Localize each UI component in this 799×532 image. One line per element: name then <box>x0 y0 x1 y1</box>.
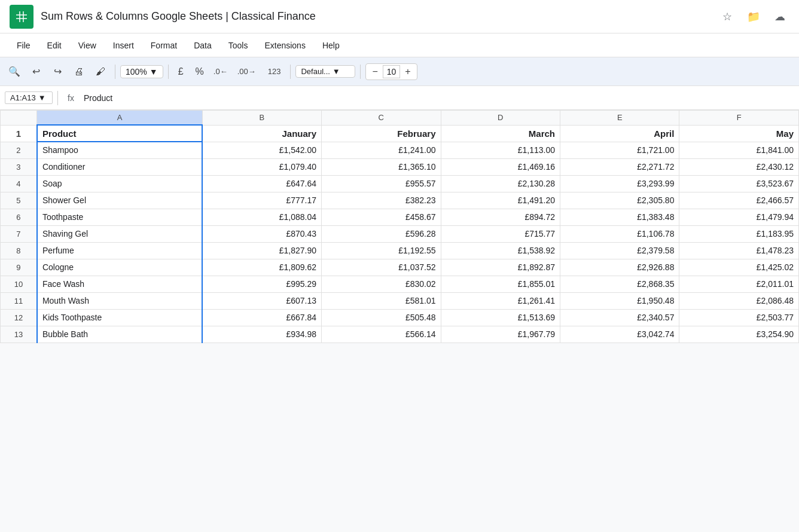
cell-3-4[interactable]: £2,271.72 <box>560 158 679 175</box>
col-header-B[interactable]: B <box>202 111 321 126</box>
cloud-icon[interactable]: ☁ <box>770 7 789 26</box>
cell-1-0[interactable]: Product <box>37 125 202 142</box>
font-selector[interactable]: Defaul... ▼ <box>295 65 355 78</box>
cell-6-3[interactable]: £894.72 <box>441 209 560 225</box>
cell-2-4[interactable]: £1,721.00 <box>560 142 679 158</box>
cell-11-1[interactable]: £607.13 <box>202 292 321 309</box>
cell-10-4[interactable]: £2,868.35 <box>560 276 679 292</box>
cell-9-5[interactable]: £1,425.02 <box>679 259 799 276</box>
col-header-A[interactable]: A <box>37 111 202 126</box>
cell-13-0[interactable]: Bubble Bath <box>37 326 202 343</box>
star-icon[interactable]: ☆ <box>718 7 737 26</box>
cell-4-4[interactable]: £3,293.99 <box>560 175 679 192</box>
cell-12-5[interactable]: £2,503.77 <box>679 309 799 326</box>
cell-5-5[interactable]: £2,466.57 <box>679 192 799 209</box>
row-num-5[interactable]: 5 <box>1 192 37 209</box>
row-num-8[interactable]: 8 <box>1 242 37 259</box>
cell-4-3[interactable]: £2,130.28 <box>441 175 560 192</box>
cell-3-3[interactable]: £1,469.16 <box>441 158 560 175</box>
percent-button[interactable]: % <box>191 64 209 80</box>
cell-3-5[interactable]: £2,430.12 <box>679 158 799 175</box>
cell-4-0[interactable]: Soap <box>37 175 202 192</box>
paint-format-button[interactable]: 🖌 <box>91 62 110 81</box>
cell-11-0[interactable]: Mouth Wash <box>37 292 202 309</box>
cell-11-3[interactable]: £1,261.41 <box>441 292 560 309</box>
cell-2-1[interactable]: £1,542.00 <box>202 142 321 158</box>
cell-7-3[interactable]: £715.77 <box>441 225 560 242</box>
cell-13-2[interactable]: £566.14 <box>322 326 441 343</box>
currency-button[interactable]: £ <box>173 64 188 80</box>
cell-13-3[interactable]: £1,967.79 <box>441 326 560 343</box>
cell-5-3[interactable]: £1,491.20 <box>441 192 560 209</box>
menu-insert[interactable]: Insert <box>106 38 141 53</box>
redo-button[interactable]: ↪ <box>48 62 67 81</box>
cell-4-5[interactable]: £3,523.67 <box>679 175 799 192</box>
cell-7-4[interactable]: £1,106.78 <box>560 225 679 242</box>
col-header-C[interactable]: C <box>322 111 441 126</box>
cell-5-4[interactable]: £2,305.80 <box>560 192 679 209</box>
cell-8-1[interactable]: £1,827.90 <box>202 242 321 259</box>
cell-10-0[interactable]: Face Wash <box>37 276 202 292</box>
search-button[interactable]: 🔍 <box>5 62 24 81</box>
cell-1-5[interactable]: May <box>679 125 799 142</box>
decimal-dec-button[interactable]: .0← <box>211 66 230 77</box>
cell-9-2[interactable]: £1,037.52 <box>322 259 441 276</box>
cell-5-1[interactable]: £777.17 <box>202 192 321 209</box>
cell-2-2[interactable]: £1,241.00 <box>322 142 441 158</box>
row-num-7[interactable]: 7 <box>1 225 37 242</box>
row-num-4[interactable]: 4 <box>1 175 37 192</box>
undo-button[interactable]: ↩ <box>26 62 45 81</box>
cell-9-0[interactable]: Cologne <box>37 259 202 276</box>
row-num-12[interactable]: 12 <box>1 309 37 326</box>
cell-5-0[interactable]: Shower Gel <box>37 192 202 209</box>
cell-8-2[interactable]: £1,192.55 <box>322 242 441 259</box>
cell-11-4[interactable]: £1,950.48 <box>560 292 679 309</box>
cell-6-5[interactable]: £1,479.94 <box>679 209 799 225</box>
row-num-3[interactable]: 3 <box>1 158 37 175</box>
cell-13-4[interactable]: £3,042.74 <box>560 326 679 343</box>
menu-data[interactable]: Data <box>187 38 219 53</box>
zoom-control[interactable]: 100% ▼ <box>120 65 163 78</box>
cell-12-0[interactable]: Kids Toothpaste <box>37 309 202 326</box>
cell-4-1[interactable]: £647.64 <box>202 175 321 192</box>
menu-format[interactable]: Format <box>144 38 184 53</box>
cell-12-1[interactable]: £667.84 <box>202 309 321 326</box>
print-button[interactable]: 🖨 <box>69 62 89 81</box>
menu-help[interactable]: Help <box>315 38 347 53</box>
folder-icon[interactable]: 📁 <box>744 7 763 26</box>
font-size-increase-button[interactable]: + <box>402 66 413 77</box>
row-num-9[interactable]: 9 <box>1 259 37 276</box>
cell-11-2[interactable]: £581.01 <box>322 292 441 309</box>
cell-3-0[interactable]: Conditioner <box>37 158 202 175</box>
cell-12-2[interactable]: £505.48 <box>322 309 441 326</box>
cell-7-0[interactable]: Shaving Gel <box>37 225 202 242</box>
cell-8-5[interactable]: £1,478.23 <box>679 242 799 259</box>
cell-1-2[interactable]: February <box>322 125 441 142</box>
cell-7-2[interactable]: £596.28 <box>322 225 441 242</box>
menu-edit[interactable]: Edit <box>40 38 69 53</box>
cell-5-2[interactable]: £382.23 <box>322 192 441 209</box>
row-num-1[interactable]: 1 <box>1 125 37 142</box>
menu-extensions[interactable]: Extensions <box>257 38 312 53</box>
cell-12-3[interactable]: £1,513.69 <box>441 309 560 326</box>
cell-8-0[interactable]: Perfume <box>37 242 202 259</box>
cell-8-4[interactable]: £2,379.58 <box>560 242 679 259</box>
menu-file[interactable]: File <box>10 38 38 53</box>
cell-6-4[interactable]: £1,383.48 <box>560 209 679 225</box>
cell-2-5[interactable]: £1,841.00 <box>679 142 799 158</box>
col-header-F[interactable]: F <box>679 111 799 126</box>
cell-10-1[interactable]: £995.29 <box>202 276 321 292</box>
cell-6-1[interactable]: £1,088.04 <box>202 209 321 225</box>
row-num-11[interactable]: 11 <box>1 292 37 309</box>
menu-tools[interactable]: Tools <box>221 38 255 53</box>
row-num-2[interactable]: 2 <box>1 142 37 158</box>
font-size-decrease-button[interactable]: − <box>370 66 380 77</box>
font-size-value[interactable]: 10 <box>383 65 401 78</box>
cell-13-1[interactable]: £934.98 <box>202 326 321 343</box>
cell-reference-box[interactable]: A1:A13 ▼ <box>5 91 53 104</box>
cell-6-0[interactable]: Toothpaste <box>37 209 202 225</box>
number-format-button[interactable]: 123 <box>263 66 286 77</box>
cell-13-5[interactable]: £3,254.90 <box>679 326 799 343</box>
cell-9-3[interactable]: £1,892.87 <box>441 259 560 276</box>
cell-3-1[interactable]: £1,079.40 <box>202 158 321 175</box>
